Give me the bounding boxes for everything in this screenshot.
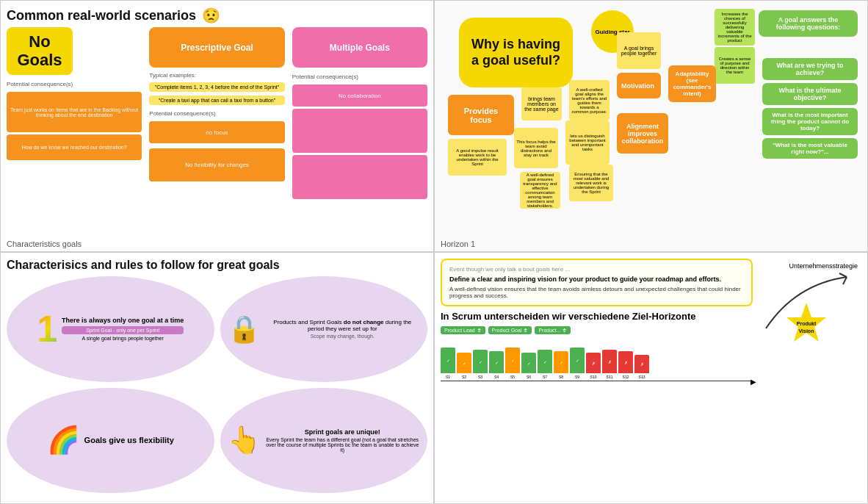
svg-text:Vision: Vision <box>799 328 814 334</box>
sprint-label-5: S5 <box>505 375 520 379</box>
multiple-note-2 <box>292 109 427 153</box>
bar-6: ✓ <box>521 353 536 373</box>
bar-9: ✓ <box>570 348 585 373</box>
sprint-label-8: S8 <box>554 375 568 379</box>
q4-left: Event though we only talk a bout goals h… <box>441 259 753 497</box>
product-vision-container: Produkt Vision <box>781 299 832 350</box>
chart-legend: Product Lead 🗡 Product Goal 🗡 Product...… <box>441 326 753 334</box>
consequence-label-1: Potential consequence(s) <box>7 81 142 87</box>
top-notes: Increases the chances of successfully de… <box>715 9 755 84</box>
distinguish-note: lets us distinguish between important an… <box>565 120 610 165</box>
q1-title: Common real-world scenarios 😟 <box>7 7 427 24</box>
rainbow-icon: 🌈 <box>47 425 80 456</box>
bar-3: ✓ <box>473 350 488 373</box>
bar-11: ✗ <box>602 350 617 373</box>
sprint-label-6: S6 <box>521 375 536 379</box>
chars-grid: 1 There is always only one goal at a tim… <box>7 276 427 493</box>
legend-product: Product... 🗡 <box>535 326 571 334</box>
consequence-label-3: Potential consequence(s) <box>292 73 427 80</box>
vision-sub: A well-defined vision ensures that the t… <box>449 286 744 299</box>
provides-focus: Provides focus <box>448 95 514 135</box>
char-one-goal: 1 There is always only one goal at a tim… <box>7 276 214 382</box>
bar-8: ✓ <box>554 351 568 373</box>
why-useful-bubble: Why is having a goal useful? <box>459 18 573 87</box>
no-goals-note-2: How do we know we reached our destinatio… <box>7 134 142 160</box>
motivation-note: Motivation <box>617 73 661 98</box>
arrow-right: ▶ <box>751 378 756 386</box>
ensuring-note: Ensuring that the most valuable and rele… <box>569 165 613 201</box>
bar-13: ✗ <box>634 355 649 373</box>
scenarios-grid: No Goals Potential consequence(s) Team j… <box>7 27 427 226</box>
brings-team-note: brings team members on the same page <box>521 87 562 120</box>
sprint-label-10: S10 <box>586 375 601 379</box>
sprint-label-7: S7 <box>538 375 552 379</box>
q2-content: Why is having a goal useful? Guiding sta… <box>441 7 861 245</box>
product-vision-star: Produkt Vision <box>781 299 832 350</box>
bar-4: ✓ <box>489 351 504 373</box>
fingerprint-icon: 👆 <box>228 425 261 456</box>
multiple-note-1: No collaboration <box>292 84 427 107</box>
sprint-label-4: S4 <box>489 375 504 379</box>
sprint-label-9: S9 <box>570 375 585 379</box>
q4-layout: Event though we only talk a bout goals h… <box>441 259 861 497</box>
adaptability-note: Adaptability (see commander's intent) <box>668 65 716 102</box>
multiple-goals-sticky: Multiple Goals <box>292 27 427 68</box>
sprint-label-11: S11 <box>602 375 617 379</box>
char-flexibility: 🌈 Goals give us flexibility <box>7 388 214 494</box>
svg-text:Produkt: Produkt <box>797 321 817 326</box>
prescriptive-note-1: no focus <box>149 121 284 143</box>
unique-text: Sprint goals are unique! Every Sprint th… <box>265 428 421 453</box>
one-goal-text: There is always only one goal at a time … <box>62 317 184 341</box>
question-stickies: What are we trying to achieve? What is t… <box>762 58 858 159</box>
horizon-label: In Scrum unterscheiden wir verschiedene … <box>441 311 753 322</box>
question-4: "What is the most valuable right now?"..… <box>762 138 858 159</box>
quadrant-characteristics: Characterisics and rules to follow for g… <box>0 252 434 504</box>
lock-icon: 🔒 <box>228 314 261 345</box>
svg-line-0 <box>839 273 847 277</box>
smiley-icon: 😟 <box>202 7 220 24</box>
q1-bottom-label: Characteristics goals <box>7 240 82 248</box>
sprint-label-3: S3 <box>473 375 488 379</box>
transparency-note: A well-defined goal ensures transparency… <box>520 172 560 209</box>
example-1: "Complete items 1, 2, 3, 4 before the en… <box>149 82 284 92</box>
one-icon: 1 <box>37 311 57 348</box>
bar-12: ✗ <box>618 351 633 373</box>
multiple-note-3 <box>292 155 427 199</box>
team-aligns-note: A well-crafted goal aligns the team's ef… <box>569 80 610 120</box>
quadrant-why-useful: Why is having a goal useful? Guiding sta… <box>434 0 868 252</box>
char-no-change: 🔒 Products and Sprint Goals do not chang… <box>220 276 428 382</box>
prescriptive-sticky: Prescriptive Goal <box>149 27 284 68</box>
bar-2: ✓ <box>457 353 471 373</box>
q1-title-text: Common real-world scenarios <box>7 8 196 24</box>
vision-box: Event though we only talk a bout goals h… <box>441 259 753 306</box>
q4-right: Unternehmensstrategie Produkt Vision <box>759 259 861 497</box>
multiple-goals-col: Multiple Goals Potential consequence(s) … <box>292 27 427 226</box>
sprint-labels: S1 S2 S3 S4 S5 S6 S7 S8 S9 S10 S11 S12 S… <box>441 375 753 379</box>
no-change-text: Products and Sprint Goals do not change … <box>265 319 421 339</box>
q3-title: Characterisics and rules to follow for g… <box>7 259 427 272</box>
bar-7: ✓ <box>538 350 552 373</box>
quadrant-scrum-horizons: Event though we only talk a bout goals h… <box>434 252 868 504</box>
no-goals-col: No Goals Potential consequence(s) Team j… <box>7 27 142 226</box>
alignment-note: Alignment improves collaboration <box>617 113 668 154</box>
top-note-2: Creates a sense of purpose and direction… <box>715 47 755 84</box>
legend-product-goal: Product Goal 🗡 <box>488 326 532 334</box>
horizon-chart: Product Lead 🗡 Product Goal 🗡 Product...… <box>441 326 753 381</box>
question-2: What is the ultimate objective? <box>762 83 858 105</box>
focus-track-note: This focus helps the team avoid distract… <box>514 128 558 168</box>
quadrant-common-scenarios: Common real-world scenarios 😟 No Goals P… <box>0 0 434 252</box>
example-2: "Create a taxi app that can call a taxi … <box>149 96 284 105</box>
consequence-label-2: Potential consequence(s) <box>149 110 284 117</box>
flexibility-text: Goals give us flexibility <box>84 436 174 444</box>
prescriptive-col: Prescriptive Goal Typical examples: "Com… <box>149 27 284 226</box>
prescriptive-note-2: No flexibility for changes <box>149 148 284 181</box>
sprint-label-2: S2 <box>457 375 471 379</box>
vision-preamble: Event though we only talk a bout goals h… <box>449 266 744 273</box>
no-goals-note-1: Team just works on items that are in the… <box>7 92 142 132</box>
unternehmenstrategie-label: Unternehmensstrategie <box>789 262 858 270</box>
question-3: What is the most important thing the pro… <box>762 108 858 135</box>
q2-bottom-label: Horizon 1 <box>441 240 475 248</box>
legend-product-lead: Product Lead 🗡 <box>441 326 485 334</box>
focus-sub-note: A good impulse result enables work to be… <box>448 139 507 176</box>
bar-1: ✓ <box>441 348 455 373</box>
